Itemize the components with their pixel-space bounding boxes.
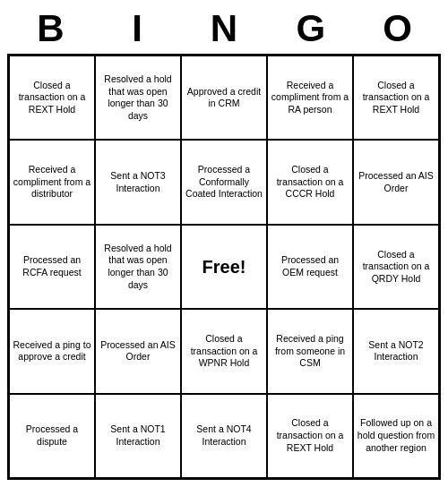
cell-0[interactable]: Closed a transaction on a REXT Hold — [9, 56, 95, 140]
cell-24[interactable]: Followed up on a hold question from anot… — [353, 394, 439, 478]
cell-20[interactable]: Processed a dispute — [9, 394, 95, 478]
cell-1[interactable]: Resolved a hold that was open longer tha… — [95, 56, 181, 140]
cell-16[interactable]: Processed an AIS Order — [95, 309, 181, 393]
cell-13[interactable]: Processed an OEM request — [267, 225, 353, 309]
cell-21[interactable]: Sent a NOT1 Interaction — [95, 394, 181, 478]
cell-4[interactable]: Closed a transaction on a REXT Hold — [353, 56, 439, 140]
bingo-grid: Closed a transaction on a REXT Hold Reso… — [7, 54, 441, 480]
cell-9[interactable]: Processed an AIS Order — [353, 140, 439, 224]
cell-3[interactable]: Received a compliment from a RA person — [267, 56, 353, 140]
cell-18[interactable]: Received a ping from someone in CSM — [267, 309, 353, 393]
cell-6[interactable]: Sent a NOT3 Interaction — [95, 140, 181, 224]
letter-o: O — [357, 7, 439, 50]
letter-i: I — [96, 7, 178, 50]
cell-23[interactable]: Closed a transaction on a REXT Hold — [267, 394, 353, 478]
cell-2[interactable]: Approved a credit in CRM — [181, 56, 267, 140]
cell-free[interactable]: Free! — [181, 225, 267, 309]
cell-19[interactable]: Sent a NOT2 Interaction — [353, 309, 439, 393]
cell-22[interactable]: Sent a NOT4 Interaction — [181, 394, 267, 478]
cell-5[interactable]: Received a compliment from a distributor — [9, 140, 95, 224]
cell-7[interactable]: Processed a Conformally Coated Interacti… — [181, 140, 267, 224]
cell-17[interactable]: Closed a transaction on a WPNR Hold — [181, 309, 267, 393]
cell-8[interactable]: Closed a transaction on a CCCR Hold — [267, 140, 353, 224]
letter-g: G — [270, 7, 352, 50]
bingo-title: B I N G O — [7, 7, 441, 50]
cell-11[interactable]: Resolved a hold that was open longer tha… — [95, 225, 181, 309]
cell-14[interactable]: Closed a transaction on a QRDY Hold — [353, 225, 439, 309]
cell-10[interactable]: Processed an RCFA request — [9, 225, 95, 309]
letter-n: N — [183, 7, 265, 50]
letter-b: B — [9, 7, 91, 50]
cell-15[interactable]: Received a ping to approve a credit — [9, 309, 95, 393]
